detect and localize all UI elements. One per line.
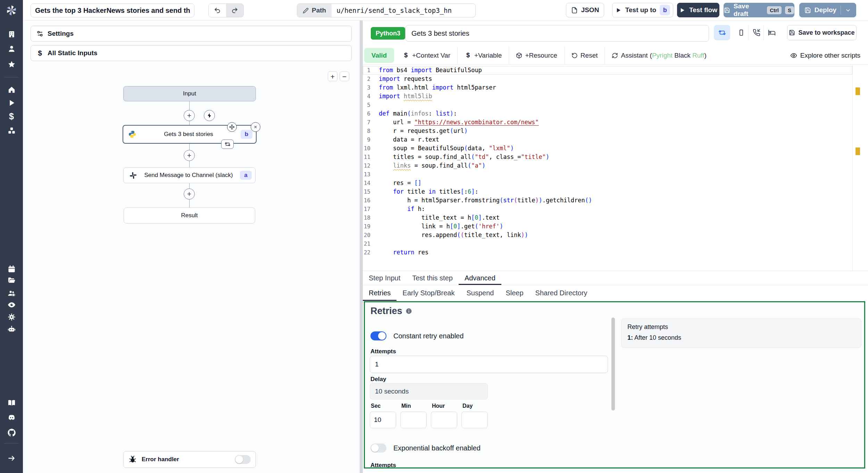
undo-button[interactable] (209, 4, 226, 17)
retries-shortcut-button[interactable] (714, 25, 730, 40)
discord-icon[interactable] (6, 412, 17, 423)
flow-node-step-a[interactable]: Send Message to Channel (slack) a (123, 167, 256, 183)
windmill-logo-icon[interactable] (0, 0, 23, 20)
folder-open-icon[interactable] (6, 275, 17, 285)
code-line[interactable]: 6def main(infos: list): (363, 109, 852, 118)
code-editor[interactable]: 1from bs4 import BeautifulSoup2import re… (363, 65, 852, 271)
panel-splitter[interactable] (360, 20, 363, 473)
tab-shared-directory[interactable]: Shared Directory (529, 285, 593, 301)
code-line[interactable]: 21 (363, 239, 852, 248)
save-to-workspace-button[interactable]: Save to workspace (787, 25, 857, 40)
tab-advanced[interactable]: Advanced (459, 271, 501, 285)
exponential-backoff-toggle[interactable] (370, 444, 386, 453)
arrow-right-icon[interactable] (6, 453, 17, 463)
warning-marker[interactable] (856, 87, 860, 95)
add-resource-button[interactable]: +Resource (509, 47, 564, 64)
call-shortcut-button[interactable] (749, 25, 764, 40)
flow-node-result[interactable]: Result (124, 208, 255, 223)
code-line[interactable]: 13 (363, 170, 852, 179)
add-step-button[interactable] (184, 110, 195, 121)
flow-settings-button[interactable]: Settings (31, 26, 352, 42)
scrollbar[interactable] (611, 318, 615, 411)
error-handler-node[interactable]: Error handler (123, 451, 256, 468)
flow-title-input[interactable] (31, 3, 194, 17)
code-line[interactable]: 15 for title in titles[:6]: (363, 187, 852, 196)
tab-test-this-step[interactable]: Test this step (406, 271, 459, 285)
tab-retries[interactable]: Retries (363, 285, 397, 301)
code-line[interactable]: 16 h = html5parser.fromstring(str(title)… (363, 196, 852, 205)
retry-indicator-button[interactable] (221, 140, 234, 149)
users-gear-icon[interactable] (6, 288, 17, 298)
error-handler-toggle[interactable] (235, 455, 251, 464)
code-line[interactable]: 1from bs4 import BeautifulSoup (363, 66, 852, 75)
code-line[interactable]: 11 titles = soup.find_all("td", class_="… (363, 153, 852, 161)
save-draft-button[interactable]: Save draft Ctrl S (724, 3, 794, 17)
hour-input[interactable] (431, 412, 457, 428)
all-static-inputs-button[interactable]: $ All Static Inputs (31, 45, 352, 61)
github-icon[interactable] (6, 427, 17, 438)
add-step-button[interactable] (184, 188, 195, 200)
tab-step-input[interactable]: Step Input (363, 271, 406, 285)
home-icon[interactable] (6, 84, 17, 95)
delete-step-button[interactable] (251, 122, 260, 132)
attempts-input[interactable] (370, 356, 608, 373)
code-line[interactable]: 18 title_text = h[0].text (363, 213, 852, 222)
add-variable-button[interactable]: $ +Variable (458, 47, 509, 64)
add-context-var-button[interactable]: $ +Context Var (395, 47, 458, 64)
add-trigger-button[interactable] (204, 110, 215, 121)
gear-icon[interactable] (6, 312, 17, 322)
code-line[interactable]: 19 link = h[0].get('href') (363, 222, 852, 231)
reset-button[interactable]: Reset (565, 47, 605, 64)
test-up-to-button[interactable]: Test up to b (612, 3, 673, 17)
building-icon[interactable] (6, 29, 17, 39)
info-icon[interactable] (406, 308, 412, 314)
suspend-shortcut-button[interactable] (734, 25, 749, 40)
json-button[interactable]: JSON (566, 3, 604, 17)
redo-button[interactable] (226, 4, 243, 17)
code-line[interactable]: 4import html5lib (363, 92, 852, 101)
test-flow-button[interactable]: Test flow (677, 3, 719, 17)
code-line[interactable]: 20 res.append((title_text, link)) (363, 231, 852, 239)
code-line[interactable]: 14 res = [] (363, 179, 852, 187)
code-line[interactable]: 22 return res (363, 248, 852, 257)
zoom-in-button[interactable]: + (328, 71, 337, 81)
user-icon[interactable] (6, 43, 17, 54)
code-line[interactable]: 5 (363, 101, 852, 109)
path-field[interactable]: Path u/henri/send_to_slack_top3_hn (297, 3, 476, 17)
add-step-button[interactable] (184, 150, 195, 161)
eye-icon[interactable] (6, 299, 17, 310)
sleep-shortcut-button[interactable] (765, 25, 779, 40)
code-line[interactable]: 10 soup = BeautifulSoup(data, "lxml") (363, 144, 852, 153)
move-step-button[interactable] (227, 122, 237, 132)
day-input[interactable] (461, 412, 488, 428)
flow-node-input[interactable]: Input (123, 86, 256, 101)
code-line[interactable]: 17 if h: (363, 205, 852, 213)
constant-retry-toggle[interactable] (370, 331, 386, 340)
code-line[interactable]: 2import requests (363, 75, 852, 83)
calendar-icon[interactable] (6, 264, 17, 274)
explore-scripts-button[interactable]: Explore other scripts (783, 47, 868, 64)
tab-early-stop-break[interactable]: Early Stop/Break (397, 285, 460, 301)
min-input[interactable] (400, 412, 427, 428)
code-line[interactable]: 8 r = requests.get(url) (363, 127, 852, 135)
code-line[interactable]: 3from lxml.html import html5parser (363, 83, 852, 92)
bot-icon[interactable] (6, 324, 17, 334)
assistant-button[interactable]: Assistant (Pyright Black Ruff) (605, 47, 713, 64)
tab-suspend[interactable]: Suspend (460, 285, 500, 301)
boxes-icon[interactable] (6, 125, 17, 136)
step-name-input[interactable] (406, 25, 709, 42)
sec-input[interactable] (370, 412, 396, 428)
zoom-out-button[interactable]: − (340, 71, 349, 81)
warning-marker[interactable] (856, 147, 860, 155)
chevron-down-icon[interactable] (845, 7, 851, 13)
code-line[interactable]: 12 links = soup.find_all("a") (363, 161, 852, 170)
star-icon[interactable] (6, 59, 17, 69)
code-line[interactable]: 9 data = r.text (363, 135, 852, 144)
book-open-icon[interactable] (6, 397, 17, 408)
deploy-button[interactable]: Deploy (799, 3, 856, 17)
code-line[interactable]: 7 url = "https://news.ycombinator.com/ne… (363, 118, 852, 127)
delay-input[interactable] (370, 383, 488, 399)
dollar-icon[interactable]: $ (6, 111, 17, 121)
play-icon[interactable] (6, 98, 17, 108)
tab-sleep[interactable]: Sleep (500, 285, 529, 301)
